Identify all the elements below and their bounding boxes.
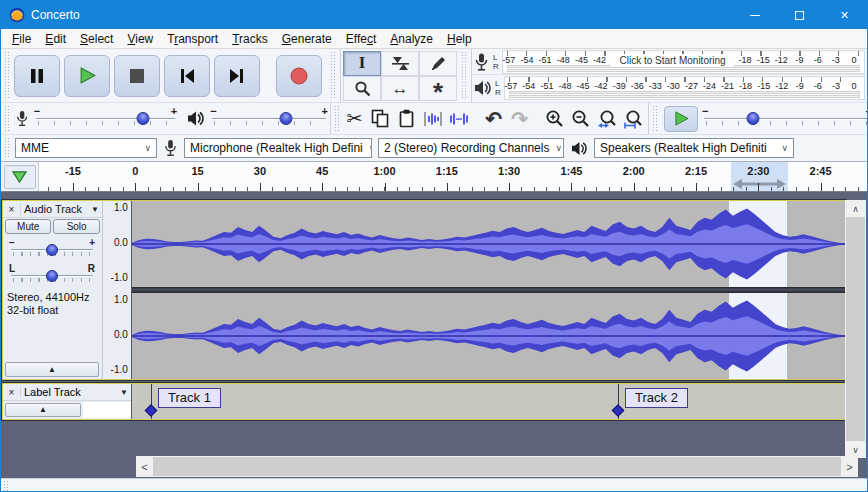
vertical-scrollbar[interactable]: ∧ ∨ xyxy=(845,200,866,458)
close-track-button[interactable]: × xyxy=(4,202,19,217)
toolbar-grabber[interactable] xyxy=(3,481,10,492)
skip-to-end-button[interactable] xyxy=(214,55,260,97)
multi-tool-button[interactable]: * xyxy=(419,76,457,101)
zoom-in-button[interactable] xyxy=(543,105,567,132)
monitoring-hint[interactable]: Click to Start Monitoring xyxy=(611,54,734,67)
scroll-right-button[interactable]: > xyxy=(841,456,858,477)
recording-device-select[interactable]: Microphone (Realtek High Defini ∨ xyxy=(184,138,372,158)
envelope-tool-button[interactable] xyxy=(381,51,419,76)
audio-track-control-panel: × Audio Track ▼ Mute Solo − + xyxy=(3,201,103,379)
copy-button[interactable] xyxy=(368,105,392,132)
menu-edit[interactable]: Edit xyxy=(38,30,73,48)
close-track-button[interactable]: × xyxy=(4,385,19,400)
recording-channels-select[interactable]: 2 (Stereo) Recording Channels ∨ xyxy=(378,138,564,158)
vertical-scroll-thumb[interactable] xyxy=(846,217,865,441)
audio-host-select[interactable]: MME ∨ xyxy=(15,138,157,158)
cut-button[interactable]: ✂ xyxy=(342,105,366,132)
label-flag-icon[interactable] xyxy=(145,404,158,417)
collapse-track-button[interactable]: ▲ xyxy=(5,403,81,417)
toolbar-grabber[interactable] xyxy=(334,106,340,131)
gain-thumb[interactable] xyxy=(46,244,58,256)
close-button[interactable]: × xyxy=(822,1,867,29)
playback-meter[interactable]: L R -57-54-51-48-45-42-39-36-33-30-27-24… xyxy=(472,75,867,101)
horizontal-scrollbar[interactable]: < > xyxy=(136,456,858,477)
minimize-button[interactable] xyxy=(732,1,777,29)
silence-audio-button[interactable] xyxy=(447,105,471,132)
record-button[interactable] xyxy=(276,55,322,97)
stop-button[interactable] xyxy=(114,55,160,97)
speaker-icon xyxy=(474,80,491,96)
recording-meter[interactable]: L R -57-54-51-48-45-42-39-36-33-30-27-24… xyxy=(472,49,867,75)
toolbar-grabber[interactable] xyxy=(4,138,11,158)
menu-tracks[interactable]: Tracks xyxy=(225,30,275,48)
playback-volume-slider[interactable]: − + xyxy=(210,108,328,130)
zoom-tool-button[interactable] xyxy=(343,76,381,101)
playback-meter-body[interactable]: -57-54-51-48-45-42-39-36-33-30-27-24-21-… xyxy=(504,76,865,100)
label-text[interactable]: Track 2 xyxy=(625,388,688,408)
playback-device-select[interactable]: Speakers (Realtek High Definiti ∨ xyxy=(594,138,794,158)
redo-button[interactable]: ↷ xyxy=(508,105,532,132)
pan-slider[interactable]: L R xyxy=(9,265,95,287)
scroll-left-button[interactable]: < xyxy=(136,456,153,477)
fit-project-button[interactable] xyxy=(621,105,645,132)
undo-button[interactable]: ↶ xyxy=(482,105,506,132)
menu-analyze[interactable]: Analyze xyxy=(383,30,440,48)
toolbar-grabber[interactable] xyxy=(4,106,11,131)
gain-slider[interactable]: − + xyxy=(9,239,95,261)
menu-transport[interactable]: Transport xyxy=(160,30,225,48)
ruler-time-label: 2:45 xyxy=(810,165,832,177)
solo-button[interactable]: Solo xyxy=(53,219,99,234)
scroll-up-button[interactable]: ∧ xyxy=(845,200,866,217)
zoom-out-button[interactable] xyxy=(569,105,593,132)
meter-scale-number: -6 xyxy=(814,81,822,91)
paste-button[interactable] xyxy=(394,105,418,132)
label-area[interactable]: Track 1Track 2 xyxy=(132,384,845,419)
selection-tool-button[interactable]: I xyxy=(343,51,381,76)
menu-select[interactable]: Select xyxy=(73,30,120,48)
time-ruler[interactable]: -1501530451:001:151:301:452:002:152:302:… xyxy=(39,162,867,191)
menu-effect[interactable]: Effect xyxy=(339,30,383,48)
collapse-track-button[interactable]: ▲ xyxy=(5,362,99,377)
menu-view[interactable]: View xyxy=(120,30,160,48)
play-at-speed-button[interactable] xyxy=(664,106,698,132)
meter-scale-number: -21 xyxy=(721,81,734,91)
toolbar-grabber[interactable] xyxy=(330,52,337,99)
label-text[interactable]: Track 1 xyxy=(158,388,221,408)
pinned-play-head-button[interactable] xyxy=(4,165,36,189)
recording-meter-body[interactable]: -57-54-51-48-45-42-39-36-33-30-27-24-21-… xyxy=(502,50,865,74)
waveform[interactable] xyxy=(132,201,845,287)
time-shift-tool-button[interactable]: ↔ xyxy=(381,76,419,101)
pan-thumb[interactable] xyxy=(46,270,58,282)
draw-tool-button[interactable] xyxy=(419,51,457,76)
redo-icon: ↷ xyxy=(511,109,528,129)
pause-button[interactable] xyxy=(14,55,60,97)
timeline-ruler[interactable]: -1501530451:001:151:301:452:002:152:302:… xyxy=(1,162,867,192)
horizontal-scroll-thumb[interactable] xyxy=(153,457,841,476)
maximize-button[interactable] xyxy=(777,1,822,29)
skip-to-start-button[interactable] xyxy=(164,55,210,97)
menu-generate[interactable]: Generate xyxy=(275,30,339,48)
label-flag-icon[interactable] xyxy=(612,404,625,417)
waveform-panel[interactable] xyxy=(132,201,845,379)
mute-button[interactable]: Mute xyxy=(5,219,51,234)
toolbar-grabber[interactable] xyxy=(4,52,11,99)
toolbar-grabber[interactable] xyxy=(652,106,659,131)
recording-volume-slider[interactable]: − + xyxy=(34,108,177,130)
track-title-menu[interactable]: Label Track ▼ xyxy=(20,386,131,398)
track-area[interactable]: × Audio Track ▼ Mute Solo − + xyxy=(1,192,867,478)
track-title-menu[interactable]: Audio Track ▼ xyxy=(20,203,102,215)
trim-audio-button[interactable] xyxy=(421,105,445,132)
vertical-scale-ruler[interactable]: 1.0 0.0 -1.0 1.0 0.0 -1.0 xyxy=(103,201,132,379)
playback-speed-thumb[interactable] xyxy=(747,112,760,125)
menu-help[interactable]: Help xyxy=(440,30,479,48)
right-channel[interactable] xyxy=(132,293,845,379)
menu-file[interactable]: File xyxy=(5,30,38,48)
fit-selection-button[interactable] xyxy=(595,105,619,132)
toolbar-grabber[interactable] xyxy=(461,52,468,99)
playback-volume-thumb[interactable] xyxy=(279,112,292,125)
left-channel[interactable] xyxy=(132,201,845,287)
playback-speed-slider[interactable]: − + xyxy=(702,108,868,130)
waveform[interactable] xyxy=(132,293,845,379)
recording-volume-thumb[interactable] xyxy=(136,112,149,125)
play-button[interactable] xyxy=(64,55,110,97)
